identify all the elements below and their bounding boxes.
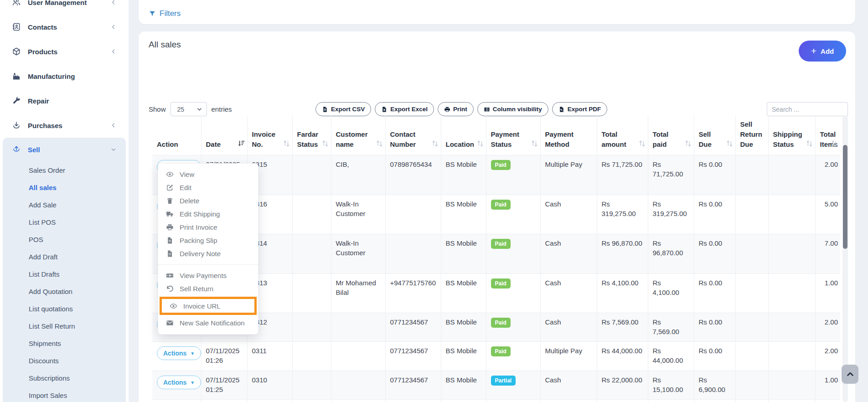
add-button-label: Add: [821, 47, 834, 55]
sidebar-item-subscriptions[interactable]: Subscriptions: [3, 369, 126, 387]
cell-fardar-status: [292, 274, 331, 313]
file-excel-icon: [381, 106, 388, 113]
sidebar-item-discounts[interactable]: Discounts: [3, 352, 126, 369]
scroll-to-top-button[interactable]: [842, 365, 858, 384]
column-header-date[interactable]: Date: [201, 116, 247, 155]
eye-icon: [170, 302, 177, 310]
cell-location: BS Mobile: [441, 313, 486, 342]
cell-total-items: 2.00: [815, 155, 840, 195]
cell-shipping-status: [768, 313, 815, 342]
sidebar-item-manufacturing[interactable]: Manufacturing: [0, 64, 129, 88]
menu-item-new-sale-notification[interactable]: New Sale Notification: [158, 316, 258, 330]
sidebar-item-list-quotations[interactable]: List quotations: [3, 300, 126, 317]
cell-total-paid: Rs 319,275.00: [648, 195, 694, 234]
search-input[interactable]: [767, 102, 848, 116]
cell-total-items: 7.00: [815, 234, 840, 274]
row-actions-button[interactable]: Actions▼: [157, 346, 201, 360]
sidebar-item-contacts[interactable]: Contacts: [0, 15, 129, 39]
cell-total-paid: Rs 35,990.00: [648, 400, 694, 402]
column-header-total-amount[interactable]: Total amount: [597, 116, 648, 155]
export-pdf-button[interactable]: Export PDF: [552, 102, 608, 116]
sidebar-item-list-sell-return[interactable]: List Sell Return: [3, 317, 126, 335]
invoice-url-highlight-box: Invoice URL: [160, 297, 257, 315]
cell-customer: Mr Mohamed Bilal: [331, 274, 385, 313]
sort-icon: [531, 140, 538, 149]
menu-divider: [158, 264, 258, 265]
sidebar-item-list-pos[interactable]: List POS: [3, 213, 126, 231]
cell-customer: [331, 371, 385, 400]
sidebar-item-user-management[interactable]: User Management: [0, 0, 129, 15]
column-header-contact-number[interactable]: Contact Number: [385, 116, 441, 155]
column-header-payment-status[interactable]: Payment Status: [486, 116, 540, 155]
filters-card: Filters: [139, 0, 855, 24]
table-scrollbar-track[interactable]: [842, 116, 848, 402]
export-button-label: Export CSV: [331, 106, 365, 113]
page-title: All sales: [149, 40, 181, 50]
menu-item-view-payments[interactable]: View Payments: [158, 269, 258, 282]
column-header-sell-due[interactable]: Sell Due: [694, 116, 735, 155]
column-header-total-items[interactable]: Total Items: [815, 116, 840, 155]
table-scrollbar-thumb[interactable]: [843, 145, 847, 249]
export-excel-button[interactable]: Export Excel: [375, 102, 434, 116]
menu-item-sell-return[interactable]: Sell Return: [158, 282, 258, 295]
column-header-label: Date: [206, 140, 221, 148]
cell-payment-status: Paid: [486, 400, 540, 402]
page-length-select[interactable]: 25: [170, 102, 207, 116]
column-header-invoice-no[interactable]: Invoice No.: [247, 116, 292, 155]
chevron-left-icon: [110, 24, 117, 30]
column-header-label: Fardar Status: [297, 130, 319, 148]
sidebar-item-repair[interactable]: Repair: [0, 88, 129, 113]
cell-total-paid: Rs 7,569.00: [648, 313, 694, 342]
trash-icon: [166, 197, 174, 205]
add-button[interactable]: + Add: [799, 41, 846, 62]
menu-item-view[interactable]: View: [158, 168, 258, 181]
menu-item-delete[interactable]: Delete: [158, 194, 258, 207]
cell-total-items: 2.00: [815, 313, 840, 342]
column-header-total-paid[interactable]: Total paid: [648, 116, 694, 155]
column-header-label: Payment Status: [491, 130, 520, 148]
sidebar-item-shipments[interactable]: Shipments: [3, 335, 126, 352]
cell-location: BS Mobile: [441, 400, 486, 402]
users-icon: [12, 0, 21, 7]
menu-item-packing-slip[interactable]: Packing Slip: [158, 234, 258, 247]
menu-item-label: View Payments: [180, 272, 227, 279]
sidebar-item-import-sales[interactable]: Import Sales: [3, 387, 126, 402]
payment-status-badge: Paid: [491, 160, 511, 170]
row-actions-button[interactable]: Actions▼: [157, 376, 201, 389]
cell-date: 07/11/2025: [201, 400, 247, 402]
filters-toggle[interactable]: Filters: [149, 9, 181, 18]
cell-total-amount: Rs 71,725.00: [597, 155, 648, 195]
sidebar-item-all-sales[interactable]: All sales: [3, 179, 126, 196]
sidebar-item-sell[interactable]: Sell: [3, 138, 126, 161]
sort-icon: [477, 140, 484, 149]
sidebar-item-products[interactable]: Products: [0, 39, 129, 64]
sidebar-item-list-drafts[interactable]: List Drafts: [3, 265, 126, 283]
sidebar-item-add-quotation[interactable]: Add Quotation: [3, 283, 126, 300]
column-header-fardar-status[interactable]: Fardar Status: [292, 116, 331, 155]
column-header-customer-name[interactable]: Customer name: [331, 116, 385, 155]
menu-item-invoice-url[interactable]: Invoice URL: [162, 299, 254, 313]
sidebar-item-pos[interactable]: POS: [3, 231, 126, 248]
sidebar-item-sales-order[interactable]: Sales Order: [3, 161, 126, 179]
cell-sell-due: Rs 0.00: [694, 342, 735, 371]
menu-item-print-invoice[interactable]: Print Invoice: [158, 221, 258, 234]
sort-icon: [322, 140, 329, 149]
sort-icon: [376, 140, 383, 149]
menu-item-label: Delivery Note: [180, 250, 221, 258]
menu-item-edit[interactable]: Edit: [158, 181, 258, 194]
cell-payment-method: Multiple Pay: [540, 155, 597, 195]
column-header-location[interactable]: Location: [441, 116, 486, 155]
actions-button-label: Actions: [163, 379, 186, 386]
sidebar-item-purchases[interactable]: Purchases: [0, 113, 129, 138]
menu-item-delivery-note[interactable]: Delivery Note: [158, 247, 258, 260]
cell-contact: +94775175760: [385, 274, 441, 313]
cell-shipping-status: [768, 195, 815, 234]
column-header-shipping-status[interactable]: Shipping Status: [768, 116, 815, 155]
export-csv-button[interactable]: Export CSV: [315, 102, 371, 116]
menu-item-edit-shipping[interactable]: Edit Shipping: [158, 207, 258, 221]
cell-total-amount: Rs 35,990.00: [597, 400, 648, 402]
sidebar-item-add-sale[interactable]: Add Sale: [3, 196, 126, 213]
print-button[interactable]: Print: [438, 102, 474, 116]
sidebar-item-add-draft[interactable]: Add Draft: [3, 248, 126, 265]
column-visibility-button[interactable]: Column visibility: [477, 102, 548, 116]
